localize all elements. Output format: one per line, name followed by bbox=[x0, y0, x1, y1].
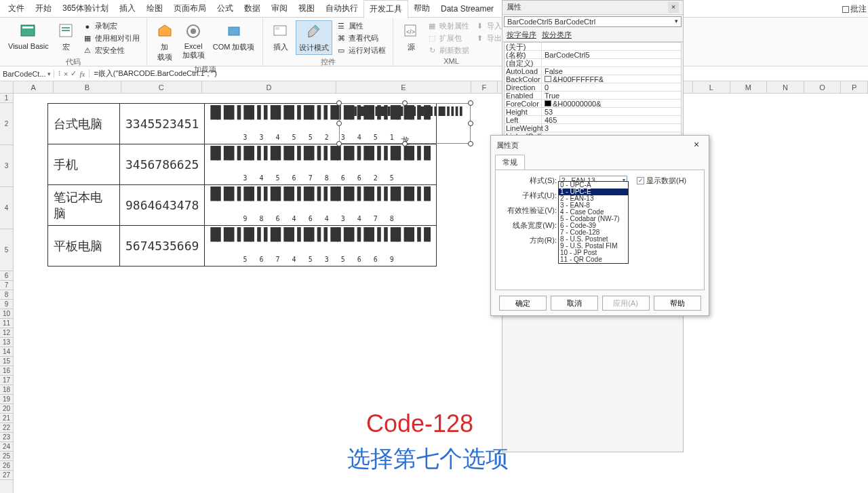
col-header-E[interactable]: E bbox=[336, 81, 471, 93]
properties-button[interactable]: ☰属性 bbox=[335, 20, 387, 32]
dialog-title-bar[interactable]: 属性页 × bbox=[491, 136, 709, 155]
tab-审阅[interactable]: 审阅 bbox=[266, 0, 293, 17]
tab-general[interactable]: 常规 bbox=[495, 155, 525, 170]
row-header[interactable]: 12 bbox=[0, 328, 13, 338]
barcode-cell[interactable]: █▌█▌▌█▌▌▌█▌█▌▌█▌▌▌█▌█▌▌█▌▌▌█▌█▌▌█5 6 7 4… bbox=[205, 226, 437, 267]
tab-页面布局[interactable]: 页面布局 bbox=[168, 0, 212, 17]
excel-addin-button[interactable]: Excel 加载项 bbox=[180, 20, 208, 62]
row-header[interactable]: 21 bbox=[0, 414, 13, 423]
row-header[interactable]: 11 bbox=[0, 319, 13, 328]
import-button[interactable]: ⬇导入 bbox=[473, 20, 503, 32]
col-header-M[interactable]: M bbox=[730, 81, 768, 93]
row-header[interactable]: 5 bbox=[0, 229, 13, 271]
dialog-close-button[interactable]: × bbox=[690, 138, 703, 152]
product-code-cell[interactable]: 3345523451 bbox=[120, 104, 205, 144]
prop-row[interactable]: EnabledTrue bbox=[505, 92, 681, 100]
props-close-icon[interactable]: × bbox=[668, 2, 679, 13]
apply-button[interactable]: 应用(A) bbox=[602, 296, 650, 311]
style-option[interactable]: 11 - QR Code bbox=[559, 256, 628, 263]
style-dropdown-list[interactable]: 0 - UPC-A1 - UPC-E2 - EAN-133 - EAN-84 -… bbox=[558, 181, 629, 264]
col-header-B[interactable]: B bbox=[54, 81, 121, 93]
product-name-cell[interactable]: 手机 bbox=[48, 144, 120, 185]
fx-expand-icon[interactable]: ⁝ bbox=[58, 69, 61, 78]
relative-ref-button[interactable]: ▦使用相对引用 bbox=[81, 33, 141, 44]
tab-开始[interactable]: 开始 bbox=[30, 0, 57, 17]
row-header[interactable]: 9 bbox=[0, 300, 13, 309]
prop-row[interactable]: Direction0 bbox=[505, 83, 681, 92]
barcode-cell[interactable]: █▌█▌▌█▌▌▌█▌█▌▌█▌▌▌█▌█▌▌█▌▌▌█▌█▌▌█9 8 6 4… bbox=[205, 185, 437, 226]
prop-value[interactable] bbox=[542, 43, 681, 50]
handle-br[interactable] bbox=[468, 141, 473, 146]
prop-value[interactable]: True bbox=[542, 92, 681, 99]
handle-bm[interactable] bbox=[402, 141, 408, 146]
help-button[interactable]: 帮助 bbox=[654, 296, 701, 311]
source-button[interactable]: </>源 bbox=[399, 20, 423, 54]
row-header[interactable]: 1 bbox=[0, 94, 13, 103]
prop-value[interactable]: 0 bbox=[542, 83, 681, 91]
prop-row[interactable]: (名称)BarCodeCtrl5 bbox=[505, 51, 681, 59]
prop-value[interactable]: &H00FFFFFF& bbox=[542, 75, 681, 83]
row-header[interactable]: 25 bbox=[0, 452, 13, 461]
tab-帮助[interactable]: 帮助 bbox=[408, 0, 435, 17]
row-header[interactable]: 18 bbox=[0, 385, 13, 395]
product-code-cell[interactable]: 3456786625 bbox=[120, 144, 205, 185]
prop-row[interactable]: Height53 bbox=[505, 108, 681, 116]
row-header[interactable]: 6 bbox=[0, 271, 13, 281]
handle-ml[interactable] bbox=[336, 121, 342, 126]
product-name-cell[interactable]: 笔记本电脑 bbox=[48, 185, 120, 226]
product-code-cell[interactable]: 9864643478 bbox=[120, 185, 205, 226]
prop-value[interactable]: False bbox=[542, 67, 681, 75]
export-button[interactable]: ⬆导出 bbox=[473, 33, 503, 44]
prop-row[interactable]: Left465 bbox=[505, 116, 681, 124]
tab-自动执行[interactable]: 自动执行 bbox=[320, 0, 363, 17]
col-header-C[interactable]: C bbox=[121, 81, 202, 93]
tab-数据[interactable]: 数据 bbox=[239, 0, 266, 17]
run-dialog-button[interactable]: ▭运行对话框 bbox=[335, 45, 387, 56]
prop-value[interactable] bbox=[542, 59, 681, 66]
tab-Data Streamer[interactable]: Data Streamer bbox=[435, 1, 499, 16]
cancel-icon[interactable]: × bbox=[64, 70, 68, 78]
row-header[interactable]: 7 bbox=[0, 281, 13, 290]
col-header-N[interactable]: N bbox=[767, 81, 804, 93]
row-header[interactable]: 22 bbox=[0, 423, 13, 433]
row-header[interactable]: 19 bbox=[0, 395, 13, 404]
tab-文件[interactable]: 文件 bbox=[3, 0, 30, 17]
select-all-corner[interactable] bbox=[0, 81, 14, 93]
handle-tr[interactable] bbox=[468, 100, 473, 106]
row-header[interactable]: 17 bbox=[0, 376, 13, 385]
row-header[interactable]: 10 bbox=[0, 309, 13, 319]
cancel-button[interactable]: 取消 bbox=[551, 296, 598, 311]
row-header[interactable]: 2 bbox=[0, 103, 13, 145]
col-header-P[interactable]: P bbox=[841, 81, 868, 93]
ok-button[interactable]: 确定 bbox=[499, 296, 547, 311]
prop-row[interactable]: BackColor&H00FFFFFF& bbox=[505, 75, 681, 83]
product-name-cell[interactable]: 平板电脑 bbox=[48, 226, 120, 267]
product-name-cell[interactable]: 台式电脑 bbox=[48, 104, 120, 144]
name-box[interactable]: BarCodeCt...▾ bbox=[0, 70, 54, 78]
fx-icon[interactable]: fx bbox=[79, 70, 85, 78]
tab-插入[interactable]: 插入 bbox=[114, 0, 141, 17]
prop-value[interactable]: 465 bbox=[542, 116, 681, 123]
addin-button[interactable]: 加 载项 bbox=[153, 20, 177, 64]
selected-barcode-object[interactable]: ▌▌▌█▌▌▌▌█▌▌▌▌▌█▌▌█▌▌▌▌█▌▌▌▌▌ 龙 bbox=[339, 103, 471, 144]
tab-365体验计划[interactable]: 365体验计划 bbox=[57, 0, 114, 17]
row-header[interactable]: 26 bbox=[0, 461, 13, 471]
tab-开发工具[interactable]: 开发工具 bbox=[363, 0, 408, 18]
enter-icon[interactable]: ✓ bbox=[71, 69, 77, 78]
col-header-F[interactable]: F bbox=[471, 81, 498, 93]
col-header-A[interactable]: A bbox=[14, 81, 54, 93]
handle-tl[interactable] bbox=[336, 100, 342, 106]
row-header[interactable]: 4 bbox=[0, 187, 13, 229]
sort-alpha-tab[interactable]: 按字母序 bbox=[507, 30, 536, 40]
view-code-button[interactable]: ⌘查看代码 bbox=[335, 33, 387, 44]
prop-row[interactable]: LineWeight3 bbox=[505, 124, 681, 132]
visual-basic-button[interactable]: Visual Basic bbox=[5, 20, 52, 52]
macro-security-button[interactable]: ⚠宏安全性 bbox=[81, 45, 141, 56]
row-header[interactable]: 15 bbox=[0, 357, 13, 366]
row-header[interactable]: 3 bbox=[0, 145, 13, 187]
refresh-button[interactable]: ↻刷新数据 bbox=[426, 45, 471, 56]
prop-row[interactable]: (关于) bbox=[505, 43, 681, 51]
col-header-D[interactable]: D bbox=[202, 81, 336, 93]
prop-value[interactable]: 3 bbox=[542, 124, 681, 132]
tab-绘图[interactable]: 绘图 bbox=[141, 0, 168, 17]
